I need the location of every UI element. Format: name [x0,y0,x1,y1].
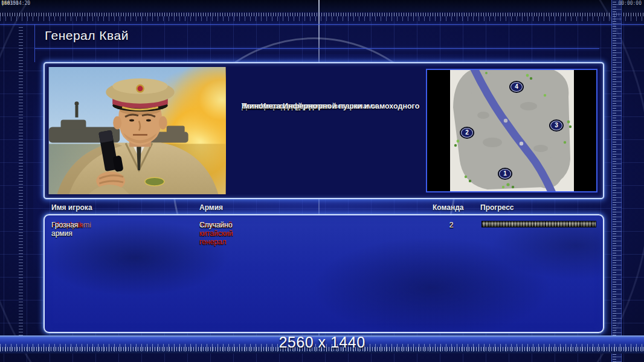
header-underline [35,48,599,49]
start-position-marker: 2 [461,128,473,138]
debug-elapsed: | 01:04:20 [1,1,30,6]
loading-screen: 08 30 166 10:51 | 01:04:20 00:00:00 Гене… [0,0,644,362]
header-left-line [34,24,35,62]
column-header-progress: Прогресс [480,203,514,212]
perk-line: миномета Инферно [242,102,317,110]
player-army: Случайно [199,221,233,229]
map-markers: 1234 [450,70,574,191]
player-name: Грозная армия [51,221,78,238]
left-ruler-ticks [19,25,23,335]
progress-bar-fill [482,221,596,227]
header-top-line [0,24,644,25]
column-header-team: Команда [433,203,463,212]
top-ruler-ticks [0,13,644,21]
match-timer: 00:00:00 [618,1,642,6]
players-table-header: Имя игрока Армия Команда Прогресс [0,203,644,213]
start-position-marker: 1 [499,169,511,179]
players-rows: PotoplyaemiТанковый китайский генерал1P1… [45,219,603,332]
resolution-label: 2560 x 1440 [0,334,644,351]
players-panel: PotoplyaemiТанковый китайский генерал1P1… [43,214,604,333]
general-portrait [48,67,226,194]
page-title: Генерал Квай [45,28,129,43]
portrait-illustration [48,67,226,194]
right-ruler-ticks [611,0,622,362]
player-team: 2 [439,221,463,229]
map-image: 1234 [450,70,574,191]
bottom-ruler: 2560 x 1440 [0,335,644,354]
progress-bar [481,221,596,227]
start-position-marker: 3 [550,121,562,130]
start-position-marker: 4 [510,82,523,92]
general-info-panel: Танк ИмператорДесантирование танковВсе т… [43,62,604,199]
map-preview: 1234 [426,69,597,192]
column-header-army: Армия [199,203,223,212]
column-header-player-name: Имя игрока [51,203,92,212]
